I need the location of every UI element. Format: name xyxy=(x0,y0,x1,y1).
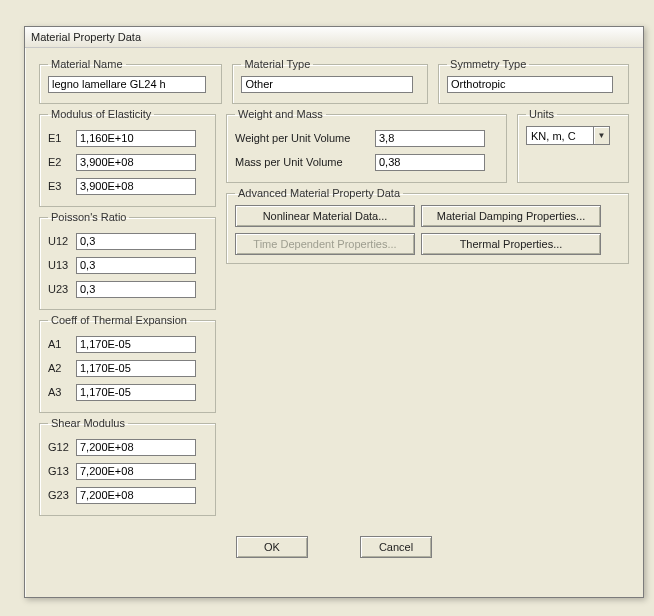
symmetry-type-field[interactable]: Orthotropic xyxy=(447,76,613,93)
input-g13[interactable]: 7,200E+08 xyxy=(76,463,196,480)
label-g23: G23 xyxy=(48,489,76,501)
label-u13: U13 xyxy=(48,259,76,271)
group-thermal: Coeff of Thermal Expansion A1 1,170E-05 … xyxy=(39,314,216,413)
legend-material-type: Material Type xyxy=(241,58,313,70)
legend-poisson: Poisson's Ratio xyxy=(48,211,129,223)
ok-button[interactable]: OK xyxy=(236,536,308,558)
legend-shear: Shear Modulus xyxy=(48,417,128,429)
label-mpuv: Mass per Unit Volume xyxy=(235,156,375,168)
input-u13[interactable]: 0,3 xyxy=(76,257,196,274)
legend-units: Units xyxy=(526,108,557,120)
material-type-field[interactable]: Other xyxy=(241,76,413,93)
input-e2[interactable]: 3,900E+08 xyxy=(76,154,196,171)
input-g23[interactable]: 7,200E+08 xyxy=(76,487,196,504)
group-advanced: Advanced Material Property Data Nonlinea… xyxy=(226,187,629,264)
legend-thermal: Coeff of Thermal Expansion xyxy=(48,314,190,326)
label-a2: A2 xyxy=(48,362,76,374)
units-select[interactable]: KN, m, C ▼ xyxy=(526,126,610,145)
label-e2: E2 xyxy=(48,156,76,168)
material-name-field[interactable]: legno lamellare GL24 h xyxy=(48,76,206,93)
legend-symmetry-type: Symmetry Type xyxy=(447,58,529,70)
input-wpuv[interactable]: 3,8 xyxy=(375,130,485,147)
units-selected: KN, m, C xyxy=(531,130,576,142)
group-poisson: Poisson's Ratio U12 0,3 U13 0,3 U23 0,3 xyxy=(39,211,216,310)
group-material-type: Material Type Other xyxy=(232,58,428,104)
input-u12[interactable]: 0,3 xyxy=(76,233,196,250)
group-modulus: Modulus of Elasticity E1 1,160E+10 E2 3,… xyxy=(39,108,216,207)
cancel-button[interactable]: Cancel xyxy=(360,536,432,558)
group-units: Units KN, m, C ▼ xyxy=(517,108,629,183)
group-shear: Shear Modulus G12 7,200E+08 G13 7,200E+0… xyxy=(39,417,216,516)
dialog-title: Material Property Data xyxy=(25,27,643,48)
legend-modulus: Modulus of Elasticity xyxy=(48,108,154,120)
label-a3: A3 xyxy=(48,386,76,398)
label-u12: U12 xyxy=(48,235,76,247)
legend-advanced: Advanced Material Property Data xyxy=(235,187,403,199)
thermal-button[interactable]: Thermal Properties... xyxy=(421,233,601,255)
input-u23[interactable]: 0,3 xyxy=(76,281,196,298)
label-g12: G12 xyxy=(48,441,76,453)
nonlinear-button[interactable]: Nonlinear Material Data... xyxy=(235,205,415,227)
input-e3[interactable]: 3,900E+08 xyxy=(76,178,196,195)
input-g12[interactable]: 7,200E+08 xyxy=(76,439,196,456)
damping-button[interactable]: Material Damping Properties... xyxy=(421,205,601,227)
input-mpuv[interactable]: 0,38 xyxy=(375,154,485,171)
group-symmetry-type: Symmetry Type Orthotropic xyxy=(438,58,629,104)
input-a1[interactable]: 1,170E-05 xyxy=(76,336,196,353)
material-property-dialog: Material Property Data Material Name leg… xyxy=(24,26,644,598)
label-e1: E1 xyxy=(48,132,76,144)
label-wpuv: Weight per Unit Volume xyxy=(235,132,375,144)
label-a1: A1 xyxy=(48,338,76,350)
group-material-name: Material Name legno lamellare GL24 h xyxy=(39,58,222,104)
label-u23: U23 xyxy=(48,283,76,295)
input-a2[interactable]: 1,170E-05 xyxy=(76,360,196,377)
legend-weight-mass: Weight and Mass xyxy=(235,108,326,120)
input-e1[interactable]: 1,160E+10 xyxy=(76,130,196,147)
legend-material-name: Material Name xyxy=(48,58,126,70)
group-weight-mass: Weight and Mass Weight per Unit Volume 3… xyxy=(226,108,507,183)
label-g13: G13 xyxy=(48,465,76,477)
chevron-down-icon: ▼ xyxy=(593,127,609,144)
timedep-button: Time Dependent Properties... xyxy=(235,233,415,255)
input-a3[interactable]: 1,170E-05 xyxy=(76,384,196,401)
label-e3: E3 xyxy=(48,180,76,192)
